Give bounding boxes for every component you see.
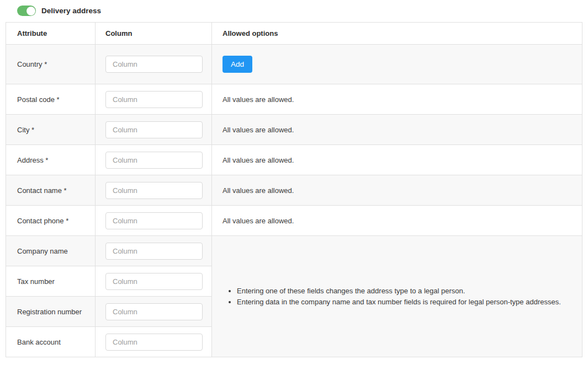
table-row-city: City * All values are allowed. bbox=[6, 115, 582, 145]
attribute-label-contact-name: Contact name * bbox=[6, 175, 96, 206]
allowed-options-text: All values are allowed. bbox=[212, 175, 582, 206]
header-attribute: Attribute bbox=[6, 23, 96, 45]
column-input-registration-number[interactable] bbox=[105, 303, 203, 320]
table-row-country: Country * Add bbox=[6, 45, 582, 84]
allowed-options-text: All values are allowed. bbox=[212, 84, 582, 115]
attribute-label-postal-code: Postal code * bbox=[6, 84, 96, 115]
legal-person-notes-list: Entering one of these fields changes the… bbox=[223, 286, 582, 307]
delivery-address-toggle-row: Delivery address bbox=[17, 6, 101, 16]
table-row-postal-code: Postal code * All values are allowed. bbox=[6, 84, 582, 115]
attribute-label-company-name: Company name bbox=[6, 236, 96, 266]
attribute-label-bank-account: Bank account bbox=[6, 327, 96, 357]
header-allowed-options: Allowed options bbox=[212, 23, 582, 45]
table-header-row: Attribute Column Allowed options bbox=[6, 23, 582, 45]
allowed-options-text: All values are allowed. bbox=[212, 115, 582, 145]
column-input-contact-name[interactable] bbox=[105, 182, 203, 199]
column-input-postal-code[interactable] bbox=[105, 91, 203, 108]
toggle-knob-icon bbox=[27, 7, 35, 15]
column-input-city[interactable] bbox=[105, 121, 203, 138]
note-item: Entering one of these fields changes the… bbox=[237, 286, 582, 296]
header-column: Column bbox=[96, 23, 212, 45]
table-row-company-name: Company name Entering one of these field… bbox=[6, 236, 582, 266]
table-row-contact-phone: Contact phone * All values are allowed. bbox=[6, 206, 582, 236]
column-input-address[interactable] bbox=[105, 152, 203, 169]
attribute-label-registration-number: Registration number bbox=[6, 297, 96, 327]
table-row-contact-name: Contact name * All values are allowed. bbox=[6, 175, 582, 206]
note-item: Entering data in the company name and ta… bbox=[237, 297, 582, 307]
address-mapping-table: Attribute Column Allowed options Country… bbox=[6, 22, 582, 357]
attribute-label-tax-number: Tax number bbox=[6, 266, 96, 297]
table-row-address: Address * All values are allowed. bbox=[6, 145, 582, 175]
attribute-label-city: City * bbox=[6, 115, 96, 145]
column-input-bank-account[interactable] bbox=[105, 334, 203, 351]
allowed-options-text: All values are allowed. bbox=[212, 145, 582, 175]
column-input-country[interactable] bbox=[105, 56, 203, 73]
column-input-contact-phone[interactable] bbox=[105, 212, 203, 229]
add-button[interactable]: Add bbox=[223, 56, 252, 73]
column-input-company-name[interactable] bbox=[105, 243, 203, 260]
column-input-tax-number[interactable] bbox=[105, 273, 203, 290]
allowed-options-text: All values are allowed. bbox=[212, 206, 582, 236]
legal-person-notes-cell: Entering one of these fields changes the… bbox=[212, 236, 582, 357]
delivery-address-label: Delivery address bbox=[41, 7, 101, 15]
delivery-address-toggle[interactable] bbox=[17, 6, 36, 16]
attribute-label-contact-phone: Contact phone * bbox=[6, 206, 96, 236]
attribute-label-country: Country * bbox=[6, 45, 96, 84]
attribute-label-address: Address * bbox=[6, 145, 96, 175]
